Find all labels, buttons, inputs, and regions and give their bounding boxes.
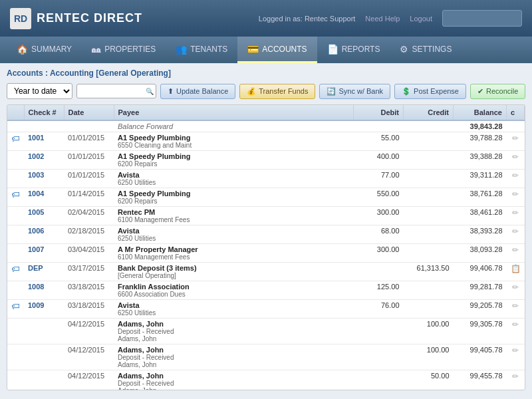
row-action[interactable]: ✏ [507, 344, 525, 370]
row-balance: 99,205.78 [454, 300, 507, 319]
payee-sub: Deposit - Received [118, 380, 350, 387]
row-check: 1004 [24, 188, 64, 207]
tag-icon[interactable]: 🏷 [11, 190, 20, 200]
row-debit: 76.00 [354, 300, 404, 319]
row-payee: A1 Speedy Plumbing6200 Repairs [114, 188, 354, 207]
row-tag-cell [7, 244, 24, 263]
row-credit [404, 244, 454, 263]
row-tag-cell [7, 281, 24, 300]
post-expense-icon: 💲 [402, 87, 411, 96]
update-balance-button[interactable]: ⬆ Update Balance [160, 84, 235, 99]
row-tag-cell: 🏷 [7, 263, 24, 281]
payee-sub: 6600 Association Dues [118, 291, 350, 298]
row-debit: 550.00 [354, 188, 404, 207]
col-tag [7, 105, 24, 120]
properties-icon: 🏘 [92, 44, 101, 55]
row-payee: Balance Forward [114, 120, 354, 132]
nav-item-summary[interactable]: 🏠 SUMMARY [7, 37, 82, 63]
tag-icon[interactable]: 🏷 [11, 134, 20, 144]
row-action[interactable]: ✏ [507, 207, 525, 225]
row-debit [354, 263, 404, 281]
accounts-table: Check # Date Payee Debit Credit Balance … [7, 105, 525, 390]
row-credit: 100.00 [404, 319, 454, 344]
row-check: 1007 [24, 244, 64, 263]
table-row: 04/12/2015 Adams, JohnDeposit - Received… [7, 344, 525, 370]
logged-in-text: Logged in as: Rentec Support [259, 15, 356, 23]
search-input[interactable] [76, 84, 156, 98]
copy-icon[interactable]: 📋 [511, 264, 521, 273]
row-payee: Adams, JohnDeposit - ReceivedAdams, John [114, 319, 354, 344]
nav-item-tenants[interactable]: 👥 TENANTS [166, 37, 237, 63]
edit-icon[interactable]: ✏ [512, 208, 519, 217]
row-tag-cell [7, 319, 24, 344]
edit-icon[interactable]: ✏ [512, 227, 519, 236]
row-credit [404, 281, 454, 300]
col-credit: Credit [404, 105, 454, 120]
edit-icon[interactable]: ✏ [512, 301, 519, 311]
row-action[interactable]: ✏ [507, 370, 525, 391]
payee-name: Rentec PM [118, 208, 350, 216]
nav-item-properties[interactable]: 🏘 PROPERTIES [82, 37, 166, 63]
row-action[interactable]: ✏ [507, 244, 525, 263]
row-c [507, 120, 525, 132]
logout-link[interactable]: Logout [410, 15, 432, 23]
transfer-funds-button[interactable]: 💰 Transfer Funds [239, 84, 315, 99]
edit-icon[interactable]: ✏ [512, 152, 519, 162]
nav-item-settings[interactable]: ⚙ SETTINGS [390, 37, 462, 63]
tag-icon[interactable]: 🏷 [11, 301, 20, 311]
sync-bank-icon: 🔄 [327, 87, 336, 96]
logo: RD RENTEC DIRECT [10, 8, 142, 29]
row-check: 1002 [24, 151, 64, 170]
nav-item-accounts[interactable]: 💳 ACCOUNTS [237, 37, 317, 63]
header-search-input[interactable] [442, 10, 522, 27]
sync-bank-button[interactable]: 🔄 Sync w/ Bank [319, 84, 390, 99]
edit-icon[interactable]: ✏ [512, 346, 519, 355]
reconcile-button[interactable]: ✔ Reconcile [470, 84, 525, 99]
need-help-link[interactable]: Need Help [365, 15, 400, 23]
row-debit: 400.00 [354, 151, 404, 170]
row-balance: 38,761.28 [454, 188, 507, 207]
row-action[interactable]: ✏ [507, 225, 525, 244]
edit-icon[interactable]: ✏ [512, 245, 519, 255]
edit-icon[interactable]: ✏ [512, 320, 519, 329]
row-action[interactable]: ✏ [507, 170, 525, 188]
row-action[interactable]: ✏ [507, 132, 525, 151]
post-expense-label: Post Expense [414, 87, 459, 95]
tag-icon[interactable]: 🏷 [11, 264, 20, 274]
date-filter-select[interactable]: Year to date This month Last month All [7, 83, 72, 99]
content: Accounts : Accounting [General Operating… [0, 63, 532, 399]
post-expense-button[interactable]: 💲 Post Expense [394, 84, 466, 99]
payee-sub: 6200 Repairs [118, 198, 350, 205]
row-credit [404, 170, 454, 188]
table-row: 1008 03/18/2015 Franklin Association6600… [7, 281, 525, 300]
edit-icon[interactable]: ✏ [512, 134, 519, 143]
row-check: 1009 [24, 300, 64, 319]
row-check: 1003 [24, 170, 64, 188]
table-row: 🏷 1004 01/14/2015 A1 Speedy Plumbing6200… [7, 188, 525, 207]
edit-icon[interactable]: ✏ [512, 171, 519, 180]
row-credit [404, 151, 454, 170]
row-action[interactable]: ✏ [507, 319, 525, 344]
row-check: 1001 [24, 132, 64, 151]
row-credit [404, 300, 454, 319]
row-balance: 39,388.28 [454, 151, 507, 170]
row-action[interactable]: ✏ [507, 281, 525, 300]
row-date: 02/18/2015 [64, 225, 114, 244]
edit-icon[interactable]: ✏ [512, 283, 519, 292]
row-tag-cell [7, 225, 24, 244]
row-action[interactable]: 📋 [507, 263, 525, 281]
row-action[interactable]: ✏ [507, 300, 525, 319]
payee-sub2: Adams, John [118, 387, 350, 390]
row-date: 04/12/2015 [64, 319, 114, 344]
nav-label-settings: SETTINGS [412, 45, 452, 54]
row-action[interactable]: ✏ [507, 188, 525, 207]
payee-name: A1 Speedy Plumbing [118, 190, 350, 198]
edit-icon[interactable]: ✏ [512, 190, 519, 199]
row-action[interactable]: ✏ [507, 151, 525, 170]
row-balance: 99,455.78 [454, 370, 507, 391]
row-payee: Avista6250 Utilities [114, 225, 354, 244]
nav-item-reports[interactable]: 📄 REPORTS [317, 37, 390, 63]
edit-icon[interactable]: ✏ [512, 372, 519, 381]
row-balance: 99,281.78 [454, 281, 507, 300]
row-tag-cell [7, 170, 24, 188]
